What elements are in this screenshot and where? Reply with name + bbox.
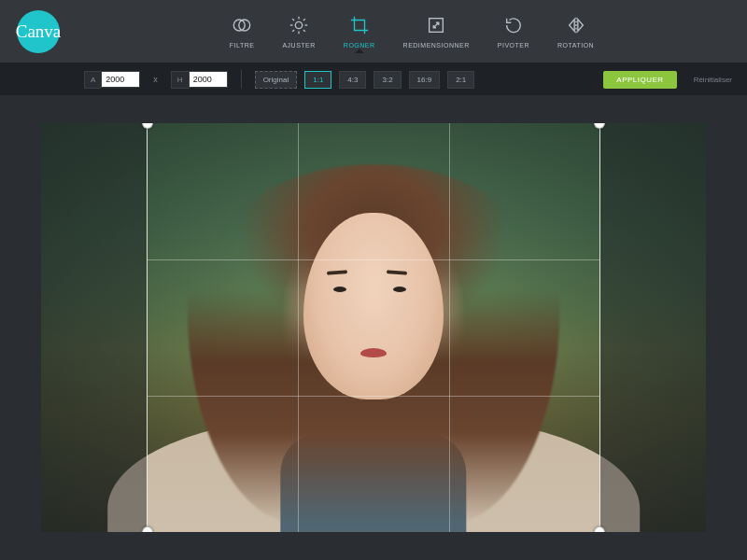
- ratio-original[interactable]: Original: [255, 71, 298, 89]
- tool-label: AJUSTER: [282, 42, 315, 49]
- ratio-16-9[interactable]: 16:9: [409, 71, 441, 89]
- crop-options-bar: A x H Original 1:1 4:3 3:2 16:9 2:1 APPL…: [0, 63, 747, 95]
- top-toolbar: Canva FILTRE AJUSTER RO: [0, 0, 747, 63]
- width-group: A: [84, 71, 140, 89]
- dimension-separator: x: [148, 75, 163, 84]
- tool-label: FILTRE: [230, 42, 255, 49]
- svg-line-9: [292, 30, 294, 32]
- svg-point-2: [295, 21, 302, 28]
- rotate-icon: [502, 14, 525, 36]
- width-label: A: [84, 71, 101, 89]
- tool-label: PIVOTER: [498, 42, 529, 49]
- width-input[interactable]: [101, 71, 140, 88]
- resize-icon: [425, 14, 447, 36]
- height-label: H: [171, 71, 189, 89]
- image-wrap[interactable]: [41, 123, 706, 532]
- tool-filtre[interactable]: FILTRE: [230, 14, 255, 49]
- svg-line-10: [303, 19, 305, 21]
- crop-icon: [348, 14, 371, 36]
- tool-label: ROGNER: [344, 42, 375, 49]
- ratio-4-3[interactable]: 4:3: [339, 71, 366, 89]
- canva-logo: Canva: [17, 10, 60, 53]
- ratio-1-1[interactable]: 1:1: [304, 71, 331, 89]
- tool-group: FILTRE AJUSTER ROGNER: [77, 14, 747, 49]
- tool-pivoter[interactable]: PIVOTER: [498, 14, 529, 49]
- tool-label: ROTATION: [557, 42, 594, 49]
- logo-text: Canva: [16, 21, 62, 42]
- tool-rogner[interactable]: ROGNER: [344, 14, 375, 49]
- tool-rotation[interactable]: ROTATION: [557, 14, 594, 49]
- ratio-3-2[interactable]: 3:2: [374, 71, 401, 89]
- filter-icon: [231, 14, 253, 36]
- svg-line-8: [303, 30, 305, 32]
- crop-box[interactable]: [148, 123, 599, 532]
- crop-handle-bl[interactable]: [142, 526, 153, 532]
- tool-redimensionner[interactable]: REDIMENSIONNER: [403, 14, 470, 49]
- apply-button[interactable]: APPLIQUER: [603, 71, 676, 89]
- flip-icon: [565, 14, 587, 36]
- ratio-2-1[interactable]: 2:1: [447, 71, 474, 89]
- tool-ajuster[interactable]: AJUSTER: [282, 14, 315, 49]
- divider: [241, 70, 242, 89]
- tool-label: REDIMENSIONNER: [403, 42, 470, 49]
- svg-line-7: [292, 19, 294, 21]
- height-input[interactable]: [189, 71, 228, 88]
- crop-handle-br[interactable]: [594, 526, 605, 532]
- adjust-icon: [288, 14, 310, 36]
- height-group: H: [171, 71, 228, 89]
- reset-link[interactable]: Réinitialiser: [694, 76, 732, 84]
- canvas-area: [0, 95, 747, 560]
